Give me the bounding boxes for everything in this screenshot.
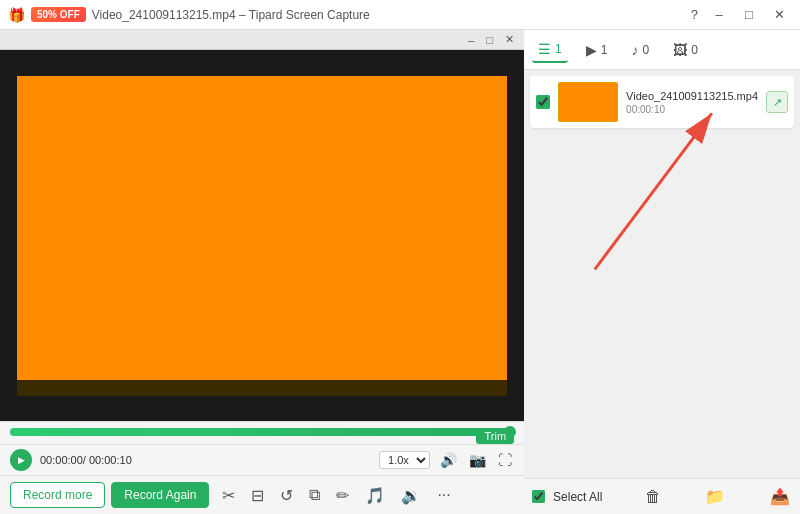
play-button[interactable]: ▶	[10, 449, 32, 471]
export-icon: ↗	[773, 96, 782, 109]
time-display: 00:00:00/ 00:00:10	[40, 454, 132, 466]
minimize-button[interactable]: –	[706, 5, 732, 25]
copy-icon[interactable]: ⧉	[306, 483, 323, 507]
delete-icon[interactable]: 🗑	[643, 486, 663, 508]
title-bar-controls: ? – □ ✕	[687, 5, 792, 25]
float-window-bar: – □ ✕	[0, 30, 524, 50]
float-maximize[interactable]: □	[482, 33, 497, 47]
select-all-checkbox[interactable]	[532, 490, 545, 503]
question-icon[interactable]: ?	[687, 5, 702, 24]
video-area	[0, 50, 524, 421]
file-list: Video_241009113215.mp4 00:00:10 ↗	[524, 70, 800, 478]
tab-video-icon: ☰	[538, 41, 551, 57]
tab-image[interactable]: 🖼 0	[667, 38, 704, 62]
tab-audio[interactable]: ♪ 0	[625, 38, 655, 62]
file-checkbox[interactable]	[536, 95, 550, 109]
tab-image-icon: 🖼	[673, 42, 687, 58]
tab-video-count: 1	[555, 42, 562, 56]
promo-badge[interactable]: 50% OFF	[31, 7, 86, 22]
close-button[interactable]: ✕	[766, 5, 792, 25]
speed-select[interactable]: 1.0x 0.5x 1.5x 2.0x	[379, 451, 430, 469]
title-bar: 🎁 50% OFF Video_241009113215.mp4 – Tipar…	[0, 0, 800, 30]
trim-button[interactable]: Trim	[476, 428, 514, 444]
tab-video[interactable]: ☰ 1	[532, 37, 568, 63]
progress-area: Trim	[0, 421, 524, 444]
video-content	[17, 76, 507, 380]
volume-adjust-icon[interactable]: 🔉	[398, 483, 424, 508]
select-all-label: Select All	[553, 490, 602, 504]
right-panel: ☰ 1 ▶ 1 ♪ 0 🖼 0 Video_241009113215	[524, 30, 800, 514]
right-bottom: Select All 🗑 📁 📤	[524, 478, 800, 514]
left-panel: – □ ✕ Trim ▶ 00:00:00/ 00:00:10 1.0x	[0, 30, 524, 514]
progress-fill	[10, 428, 489, 436]
file-duration: 00:00:10	[626, 104, 758, 115]
edit-icon[interactable]: ✏	[333, 483, 352, 508]
tab-audio-count: 0	[642, 43, 649, 57]
tab-image-count: 0	[691, 43, 698, 57]
open-folder-icon[interactable]: 📁	[703, 485, 727, 508]
record-more-button[interactable]: Record more	[10, 482, 105, 508]
video-frame	[17, 76, 507, 396]
tab-bar: ☰ 1 ▶ 1 ♪ 0 🖼 0	[524, 30, 800, 70]
progress-track[interactable]	[10, 428, 514, 436]
float-minimize[interactable]: –	[464, 33, 478, 47]
gift-icon: 🎁	[8, 7, 25, 23]
fullscreen-icon[interactable]: ⛶	[496, 450, 514, 470]
more-icon[interactable]: ···	[434, 483, 453, 507]
audio-edit-icon[interactable]: 🎵	[362, 483, 388, 508]
volume-icon[interactable]: 🔊	[438, 450, 459, 470]
file-item: Video_241009113215.mp4 00:00:10 ↗	[530, 76, 794, 128]
file-info: Video_241009113215.mp4 00:00:10	[626, 90, 758, 115]
main-container: – □ ✕ Trim ▶ 00:00:00/ 00:00:10 1.0x	[0, 30, 800, 514]
svg-line-1	[595, 113, 712, 269]
video-bottom-bar	[17, 380, 507, 396]
tab-audio-icon: ♪	[631, 42, 638, 58]
file-name: Video_241009113215.mp4	[626, 90, 758, 102]
playback-controls: ▶ 00:00:00/ 00:00:10 1.0x 0.5x 1.5x 2.0x…	[0, 444, 524, 475]
file-export-button[interactable]: ↗	[766, 91, 788, 113]
bottom-toolbar: Record more Record Again ✂ ⊟ ↺ ⧉ ✏ 🎵 🔉 ·…	[0, 475, 524, 514]
tab-play-icon: ▶	[586, 42, 597, 58]
maximize-button[interactable]: □	[736, 5, 762, 25]
title-bar-left: 🎁 50% OFF Video_241009113215.mp4 – Tipar…	[8, 7, 370, 23]
tab-play[interactable]: ▶ 1	[580, 38, 614, 62]
camera-icon[interactable]: 📷	[467, 450, 488, 470]
float-close[interactable]: ✕	[501, 32, 518, 47]
rotate-icon[interactable]: ↺	[277, 483, 296, 508]
file-thumbnail	[558, 82, 618, 122]
record-again-button[interactable]: Record Again	[111, 482, 209, 508]
equalizer-icon[interactable]: ⊟	[248, 483, 267, 508]
tab-play-count: 1	[601, 43, 608, 57]
export-all-icon[interactable]: 📤	[768, 485, 792, 508]
scissors-icon[interactable]: ✂	[219, 483, 238, 508]
app-title: Video_241009113215.mp4 – Tipard Screen C…	[92, 8, 370, 22]
